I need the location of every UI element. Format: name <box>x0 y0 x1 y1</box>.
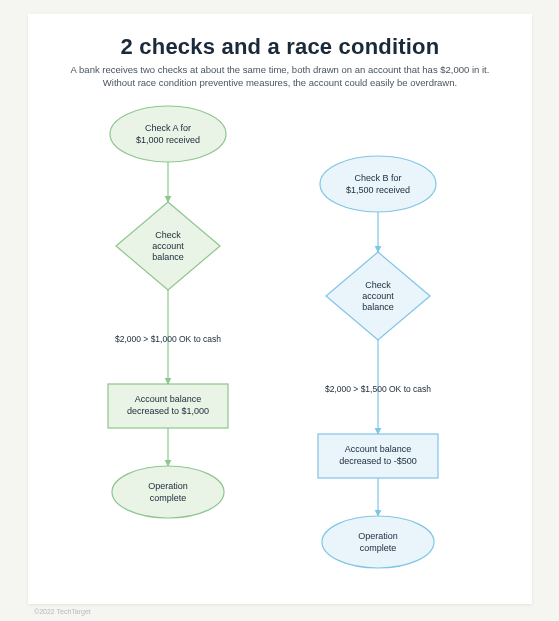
diagram-card: 2 checks and a race condition A bank rec… <box>28 14 532 604</box>
flow-a-decision-text1: Check <box>155 230 181 240</box>
flow-a-end <box>112 466 224 518</box>
flow-b-start-text1: Check B for <box>354 173 401 183</box>
flow-b-end <box>322 516 434 568</box>
flow-a-start-text1: Check A for <box>145 123 191 133</box>
flow-a-decision-text2: account <box>152 241 184 251</box>
flow-b-start-text2: $1,500 received <box>346 185 410 195</box>
diagram-subtitle: A bank receives two checks at about the … <box>68 64 492 90</box>
flow-b-decision-text3: balance <box>362 302 394 312</box>
flow-b: Check B for $1,500 received Check accoun… <box>318 156 438 568</box>
flow-b-decision-text1: Check <box>365 280 391 290</box>
flow-b-start <box>320 156 436 212</box>
flow-a: Check A for $1,000 received Check accoun… <box>108 106 228 518</box>
flow-a-start-text2: $1,000 received <box>136 135 200 145</box>
flow-a-decision-text3: balance <box>152 252 184 262</box>
flow-b-decision-text2: account <box>362 291 394 301</box>
flow-a-end-text1: Operation <box>148 481 188 491</box>
flow-b-process-text2: decreased to -$500 <box>339 456 417 466</box>
flow-a-end-text2: complete <box>150 493 187 503</box>
flow-a-process-text2: decreased to $1,000 <box>127 406 209 416</box>
flow-a-start <box>110 106 226 162</box>
copyright-footer: ©2022 TechTarget <box>34 608 91 615</box>
flow-a-process-text1: Account balance <box>135 394 202 404</box>
flowchart-area: Check A for $1,000 received Check accoun… <box>28 94 532 594</box>
flow-b-end-text2: complete <box>360 543 397 553</box>
flow-b-annotation: $2,000 > $1,500 OK to cash <box>325 384 431 394</box>
flowchart-svg: Check A for $1,000 received Check accoun… <box>28 94 532 604</box>
diagram-title: 2 checks and a race condition <box>28 34 532 60</box>
flow-b-end-text1: Operation <box>358 531 398 541</box>
flow-b-process-text1: Account balance <box>345 444 412 454</box>
flow-a-annotation: $2,000 > $1,000 OK to cash <box>115 334 221 344</box>
